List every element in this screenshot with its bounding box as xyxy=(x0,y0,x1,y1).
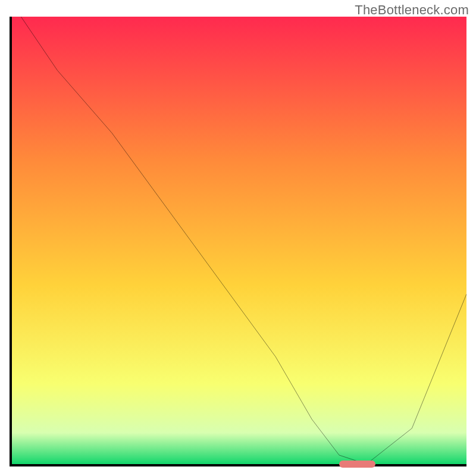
chart-canvas: TheBottleneck.com xyxy=(0,0,476,476)
optimum-marker xyxy=(339,461,375,468)
bottleneck-curve xyxy=(12,17,466,464)
plot-frame xyxy=(10,17,466,466)
watermark-text: TheBottleneck.com xyxy=(355,2,469,18)
